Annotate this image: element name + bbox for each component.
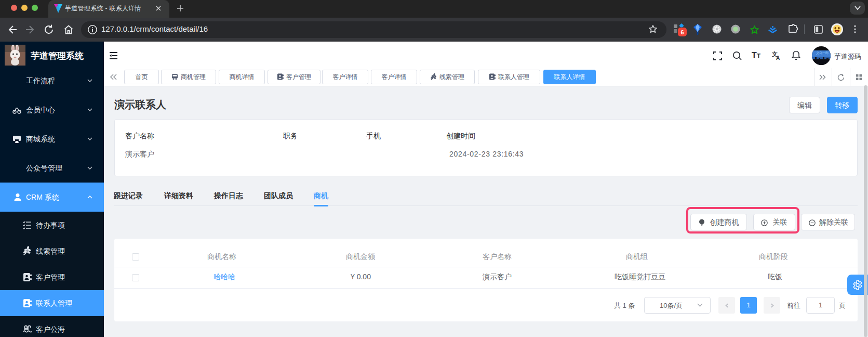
svg-text:6: 6 <box>680 29 684 35</box>
svg-text:A: A <box>776 55 780 60</box>
svg-text:义乌一郎: 义乌一郎 <box>816 51 829 55</box>
